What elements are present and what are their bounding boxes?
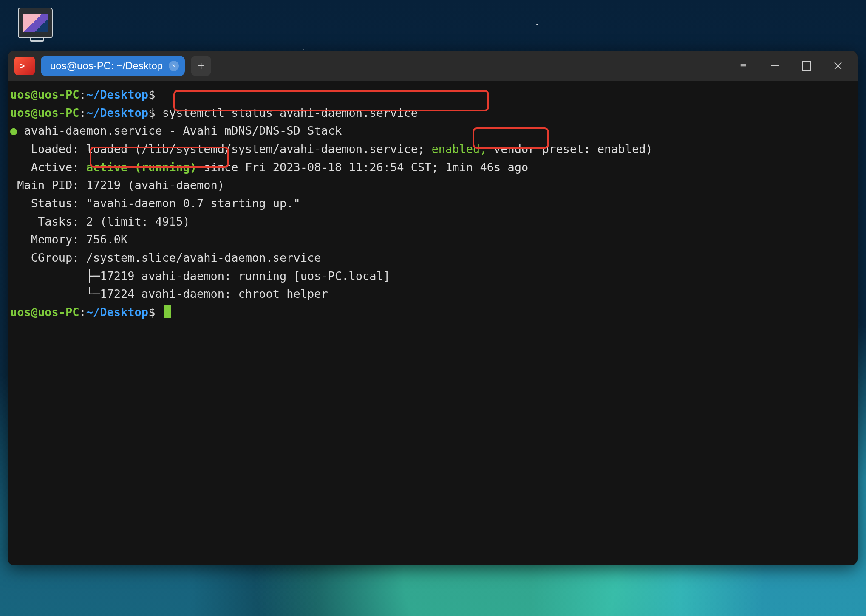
command-text: systemctl status avahi-daemon.service: [162, 106, 418, 119]
titlebar[interactable]: >_ uos@uos-PC: ~/Desktop × + ≡: [8, 51, 858, 81]
prompt-sigil: $: [148, 106, 155, 119]
prompt-sigil: $: [148, 305, 155, 319]
window-close-button[interactable]: [825, 56, 851, 76]
taskbar-app-icon[interactable]: [18, 8, 53, 38]
new-tab-button[interactable]: +: [191, 56, 211, 76]
prompt-userhost: uos@uos-PC: [10, 88, 79, 101]
prompt-path: ~/Desktop: [86, 88, 148, 101]
tab-title: uos@uos-PC: ~/Desktop: [50, 60, 163, 72]
monitor-stand-icon: [30, 37, 44, 42]
cgroup-line: CGroup: /system.slice/avahi-daemon.servi…: [10, 251, 321, 264]
active-value: active (running): [86, 161, 197, 174]
loaded-post: vendor preset: enabled): [487, 142, 653, 155]
tab-close-button[interactable]: ×: [169, 61, 179, 71]
cgroup-tree-2: └─17224 avahi-daemon: chroot helper: [10, 287, 328, 300]
desktop-background: >_ uos@uos-PC: ~/Desktop × + ≡ uos@uos-P…: [0, 0, 866, 616]
terminal-window: >_ uos@uos-PC: ~/Desktop × + ≡ uos@uos-P…: [8, 51, 858, 565]
unit-line: avahi-daemon.service - Avahi mDNS/DNS-SD…: [17, 124, 342, 137]
active-post: since Fri 2023-08-18 11:26:54 CST; 1min …: [197, 161, 528, 174]
terminal-tab[interactable]: uos@uos-PC: ~/Desktop ×: [41, 56, 185, 76]
maximize-icon: [802, 61, 811, 71]
cgroup-tree-1: ├─17219 avahi-daemon: running [uos-PC.lo…: [10, 269, 390, 283]
close-icon: [834, 62, 842, 70]
prompt-path: ~/Desktop: [86, 106, 148, 119]
minimize-icon: [771, 65, 779, 66]
terminal-app-icon[interactable]: >_: [14, 57, 35, 75]
wallpaper-thumbnail-icon: [23, 14, 48, 32]
memory-line: Memory: 756.0K: [10, 233, 127, 246]
window-minimize-button[interactable]: [762, 56, 788, 76]
tasks-line: Tasks: 2 (limit: 4915): [10, 215, 190, 228]
prompt-userhost: uos@uos-PC: [10, 106, 79, 119]
hamburger-menu-button[interactable]: ≡: [731, 56, 756, 76]
terminal-output[interactable]: uos@uos-PC:~/Desktop$ uos@uos-PC:~/Deskt…: [8, 81, 858, 327]
active-pre: Active:: [10, 161, 86, 174]
window-maximize-button[interactable]: [794, 56, 819, 76]
prompt-path: ~/Desktop: [86, 305, 148, 319]
mainpid-line: Main PID: 17219 (avahi-daemon): [10, 178, 224, 192]
prompt-sep: :: [79, 88, 86, 101]
prompt-sep: :: [79, 305, 86, 319]
loaded-pre: Loaded: loaded (/lib/systemd/system/avah…: [10, 142, 432, 155]
loaded-enabled: enabled;: [432, 142, 487, 155]
cursor-block: [164, 305, 171, 318]
prompt-sigil: $: [148, 88, 155, 101]
status-bullet-icon: ●: [10, 124, 17, 137]
status-line: Status: "avahi-daemon 0.7 starting up.": [10, 197, 300, 210]
prompt-userhost: uos@uos-PC: [10, 305, 79, 319]
prompt-sep: :: [79, 106, 86, 119]
